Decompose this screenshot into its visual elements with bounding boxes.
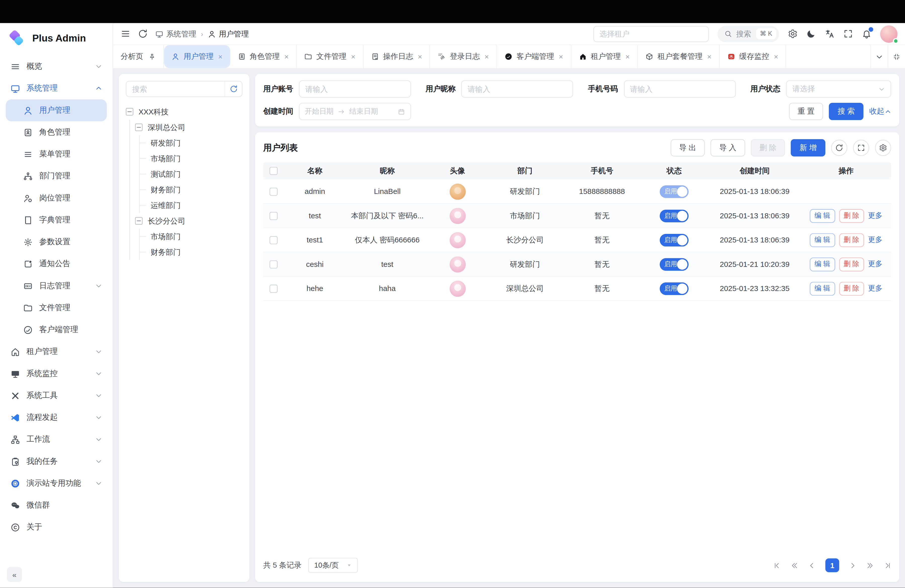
status-toggle[interactable]: 启用 — [660, 185, 689, 198]
tab-close-icon[interactable]: × — [418, 53, 422, 60]
tree-search-input[interactable] — [127, 81, 224, 97]
last-page-icon[interactable] — [884, 562, 891, 569]
sidebar-item-关于[interactable]: 关于 — [6, 516, 107, 538]
hamburger-icon[interactable] — [121, 29, 130, 39]
sidebar-collapse-button[interactable]: « — [7, 567, 22, 582]
date-range-input[interactable]: 开始日期 结束日期 — [299, 103, 411, 120]
tab-角色管理[interactable]: 角色管理× — [230, 45, 297, 68]
status-toggle[interactable]: 启用 — [660, 234, 689, 246]
status-toggle[interactable]: 启用 — [660, 209, 689, 222]
tab-close-icon[interactable]: × — [626, 53, 630, 60]
tab-close-icon[interactable]: × — [351, 53, 355, 60]
tenant-select-input[interactable] — [593, 25, 708, 42]
next-page-icon[interactable] — [849, 562, 856, 569]
row-checkbox[interactable] — [270, 260, 278, 268]
tab-租户管理[interactable]: 租户管理× — [571, 45, 638, 68]
tree-refresh-icon[interactable] — [224, 81, 242, 97]
first-page-icon[interactable] — [773, 562, 781, 569]
tab-close-icon[interactable]: × — [484, 53, 489, 60]
tab-文件管理[interactable]: 文件管理× — [297, 45, 364, 68]
tab-缓存监控[interactable]: 缓存监控× — [719, 45, 786, 68]
tree-leaf-财务部门[interactable]: 财务部门 — [140, 244, 243, 260]
more-button[interactable]: 更多 — [868, 235, 882, 245]
row-checkbox[interactable] — [270, 211, 278, 219]
tab-close-icon[interactable]: × — [218, 53, 222, 60]
tree-expander-icon[interactable] — [135, 217, 143, 224]
tab-close-icon[interactable]: × — [774, 53, 778, 60]
edit-button[interactable]: 编 辑 — [810, 281, 835, 295]
sidebar-item-字典管理[interactable]: 字典管理 — [6, 209, 107, 231]
fullscreen-icon[interactable] — [843, 29, 853, 39]
import-button[interactable]: 导 入 — [711, 139, 745, 156]
tab-list-chevron-icon[interactable] — [870, 45, 888, 68]
tab-登录日志[interactable]: 登录日志× — [430, 45, 497, 68]
tree-leaf-财务部门[interactable]: 财务部门 — [140, 182, 243, 197]
select-all-checkbox[interactable] — [270, 167, 278, 175]
table-settings-icon[interactable] — [875, 140, 891, 156]
delete-row-button[interactable]: 删 除 — [839, 281, 864, 295]
sidebar-item-流程发起[interactable]: 流程发起 — [6, 407, 107, 428]
search-button[interactable]: 搜 索 — [829, 103, 864, 120]
filter-input-用户昵称[interactable] — [461, 80, 573, 98]
table-refresh-icon[interactable] — [831, 140, 847, 156]
page-size-select[interactable]: 10条/页 — [308, 558, 358, 573]
tree-leaf-研发部门[interactable]: 研发部门 — [140, 135, 243, 151]
table-fullscreen-icon[interactable] — [853, 140, 869, 156]
status-toggle[interactable]: 启用 — [660, 258, 689, 271]
breadcrumb-system[interactable]: 系统管理 — [156, 29, 196, 39]
global-search[interactable]: 搜索 ⌘ K — [717, 25, 779, 42]
delete-row-button[interactable]: 删 除 — [839, 257, 864, 271]
sidebar-item-概览[interactable]: 概览 — [6, 55, 107, 77]
sidebar-item-角色管理[interactable]: 角色管理 — [6, 121, 107, 143]
next-pages-icon[interactable] — [866, 562, 874, 569]
sidebar-item-系统监控[interactable]: 系统监控 — [6, 363, 107, 385]
sidebar-item-我的任务[interactable]: 我的任务 — [6, 450, 107, 472]
tab-客户端管理[interactable]: 客户端管理× — [497, 45, 571, 68]
sidebar-item-系统工具[interactable]: 系统工具 — [6, 385, 107, 407]
filter-input-手机号码[interactable] — [624, 80, 735, 98]
tab-用户管理[interactable]: 用户管理× — [164, 45, 230, 68]
tab-close-icon[interactable]: × — [707, 53, 711, 60]
tree-expander-icon[interactable] — [135, 124, 143, 131]
delete-button[interactable]: 删 除 — [751, 139, 785, 156]
edit-button[interactable]: 编 辑 — [810, 233, 835, 247]
sidebar-item-岗位管理[interactable]: 岗位管理 — [6, 187, 107, 209]
prev-page-icon[interactable] — [808, 562, 816, 569]
tree-node-深圳总公司[interactable]: 深圳总公司 — [135, 119, 242, 135]
refresh-icon[interactable] — [138, 29, 148, 39]
tab-操作日志[interactable]: 操作日志× — [364, 45, 430, 68]
current-page-button[interactable]: 1 — [825, 558, 839, 572]
sidebar-item-用户管理[interactable]: 用户管理 — [6, 99, 107, 121]
edit-button[interactable]: 编 辑 — [810, 257, 835, 271]
collapse-filters-link[interactable]: 收起 — [869, 106, 891, 116]
sidebar-item-系统管理[interactable]: 系统管理 — [6, 78, 107, 99]
tab-close-icon[interactable]: × — [559, 53, 563, 60]
moon-icon[interactable] — [806, 29, 816, 39]
more-button[interactable]: 更多 — [868, 211, 882, 221]
tab-fullscreen-icon[interactable] — [888, 45, 905, 68]
notifications-bell-icon[interactable] — [862, 29, 872, 39]
tree-node-长沙分公司[interactable]: 长沙分公司 — [135, 213, 242, 229]
tab-租户套餐管理[interactable]: 租户套餐管理× — [638, 45, 719, 68]
status-toggle[interactable]: 启用 — [660, 282, 689, 295]
tree-leaf-测试部门[interactable]: 测试部门 — [140, 166, 243, 182]
sidebar-item-通知公告[interactable]: 通知公告 — [6, 253, 107, 275]
sidebar-item-参数设置[interactable]: 参数设置 — [6, 231, 107, 253]
filter-select-用户状态[interactable]: 请选择 — [786, 80, 891, 98]
sidebar-item-工作流[interactable]: 工作流 — [6, 429, 107, 450]
breadcrumb-users[interactable]: 用户管理 — [208, 29, 249, 39]
tree-leaf-运维部门[interactable]: 运维部门 — [140, 197, 243, 213]
gear-icon[interactable] — [788, 29, 798, 39]
translate-icon[interactable] — [825, 29, 835, 39]
add-button[interactable]: 新 增 — [791, 139, 825, 156]
delete-row-button[interactable]: 删 除 — [839, 233, 864, 247]
sidebar-item-客户端管理[interactable]: 客户端管理 — [6, 319, 107, 340]
sidebar-item-文件管理[interactable]: 文件管理 — [6, 297, 107, 319]
prev-pages-icon[interactable] — [791, 562, 798, 569]
sidebar-item-日志管理[interactable]: DEV日志管理 — [6, 275, 107, 297]
tree-leaf-市场部门[interactable]: 市场部门 — [140, 229, 243, 244]
row-checkbox[interactable] — [270, 284, 278, 292]
sidebar-item-演示站专用功能[interactable]: 演示站专用功能 — [6, 472, 107, 494]
sidebar-item-微信群[interactable]: 微信群 — [6, 494, 107, 516]
filter-input-用户账号[interactable] — [299, 80, 411, 98]
